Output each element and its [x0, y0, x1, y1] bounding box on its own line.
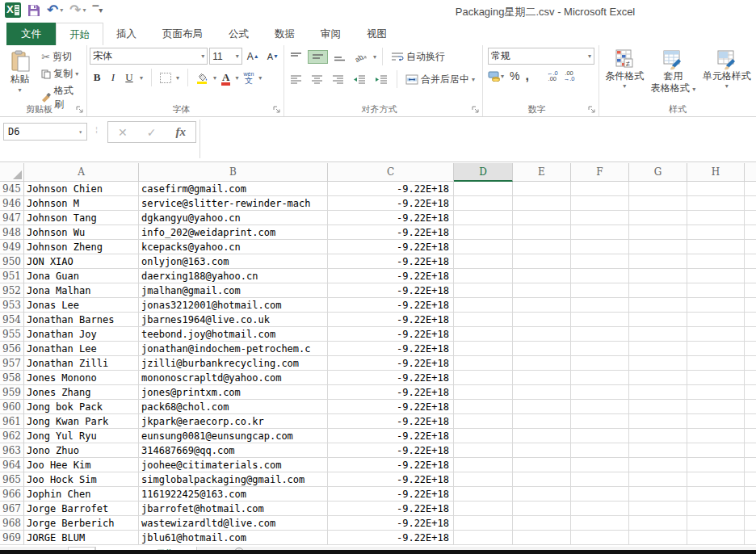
cell-C945[interactable]: -9.22E+18 [328, 182, 454, 196]
row-header-960[interactable]: 960 [0, 400, 24, 414]
cell-A963[interactable]: Jono Zhuo [24, 443, 139, 458]
cell-C956[interactable]: -9.22E+18 [328, 342, 454, 356]
cell-D966[interactable] [454, 487, 513, 502]
increase-decimal-button[interactable]: ←.0 .00 [547, 70, 558, 82]
cell-F957[interactable] [571, 356, 629, 371]
cell-B954[interactable]: jbarnes1964@live.co.uk [139, 313, 328, 327]
cell-F950[interactable] [571, 254, 629, 269]
cell-E965[interactable] [513, 472, 571, 487]
comma-style-button[interactable]: , [525, 72, 528, 80]
row-header-948[interactable]: 948 [0, 225, 24, 240]
redo-icon[interactable]: ↷▾ [69, 3, 86, 17]
format-as-table-button[interactable]: 套用 表格格式 ▾ [651, 48, 695, 103]
cell-D952[interactable] [454, 283, 513, 298]
cell-C954[interactable]: -9.22E+18 [328, 313, 454, 327]
cell-H948[interactable] [687, 225, 745, 240]
cell-E948[interactable] [513, 225, 571, 240]
cell-A962[interactable]: Jong Yul Ryu [24, 429, 139, 443]
cell-B958[interactable]: mononoscrapltd@yahoo.com [139, 371, 328, 385]
cell-G948[interactable] [629, 225, 687, 240]
cell-F956[interactable] [571, 342, 629, 356]
cell-C952[interactable]: -9.22E+18 [328, 283, 454, 298]
cell-A966[interactable]: Jophin Chen [24, 487, 139, 502]
merge-center-dropdown-icon[interactable]: ▾ [472, 76, 475, 83]
decrease-decimal-button[interactable]: .00 →.0 [564, 70, 575, 82]
cell-B955[interactable]: teebond.joy@hotmail.com [139, 327, 328, 342]
cell-C948[interactable]: -9.22E+18 [328, 225, 454, 240]
row-header-955[interactable]: 955 [0, 327, 24, 342]
row-header-954[interactable]: 954 [0, 313, 24, 327]
cell-G959[interactable] [629, 385, 687, 400]
cell-A969[interactable]: JORGE BLUM [24, 531, 139, 545]
font-name-combo[interactable]: 宋体 ▾ [90, 48, 208, 65]
cell-H962[interactable] [687, 429, 745, 443]
cell-B960[interactable]: pack68@chol.com [139, 400, 328, 414]
cell-C947[interactable]: -9.22E+18 [328, 211, 454, 225]
cell-A954[interactable]: Jonathan Barnes [24, 313, 139, 327]
cell-C962[interactable]: -9.22E+18 [328, 429, 454, 443]
cell-A947[interactable]: Johnson Tang [24, 211, 139, 225]
cell-H958[interactable] [687, 371, 745, 385]
cell-F945[interactable] [571, 182, 629, 196]
cell-B964[interactable]: joohee@citimaterials.com [139, 458, 328, 472]
increase-font-size-button[interactable]: A▲ [244, 49, 262, 64]
cell-D953[interactable] [454, 298, 513, 313]
cell-styles-button[interactable]: 单元格样式 ▾ [703, 48, 751, 103]
row-header-953[interactable]: 953 [0, 298, 24, 313]
cell-G945[interactable] [629, 182, 687, 196]
cell-A957[interactable]: Jonathan Zilli [24, 356, 139, 371]
clipboard-dialog-launcher-icon[interactable] [76, 106, 84, 114]
cell-F960[interactable] [571, 400, 629, 414]
cell-B967[interactable]: jbarrofet@hotmail.com [139, 502, 328, 516]
cell-H957[interactable] [687, 356, 745, 371]
cell-G949[interactable] [629, 240, 687, 254]
cell-B959[interactable]: jones@printxm.com [139, 385, 328, 400]
cell-B953[interactable]: jonas3212001@hotmail.com [139, 298, 328, 313]
cell-E969[interactable] [513, 531, 571, 545]
cell-D965[interactable] [454, 472, 513, 487]
cell-G965[interactable] [629, 472, 687, 487]
number-dialog-launcher-icon[interactable] [588, 106, 596, 114]
cell-D964[interactable] [454, 458, 513, 472]
cell-C964[interactable]: -9.22E+18 [328, 458, 454, 472]
cell-A958[interactable]: Jones Monono [24, 371, 139, 385]
cell-C959[interactable]: -9.22E+18 [328, 385, 454, 400]
cell-A961[interactable]: Jong Kwan Park [24, 414, 139, 429]
cell-G963[interactable] [629, 443, 687, 458]
paste-button[interactable]: 粘贴 ▾ [2, 48, 37, 103]
cell-G946[interactable] [629, 196, 687, 211]
column-header-H[interactable]: H [687, 163, 745, 182]
formula-input[interactable] [200, 120, 756, 158]
cell-C958[interactable]: -9.22E+18 [328, 371, 454, 385]
column-header-G[interactable]: G [629, 163, 687, 182]
cell-E954[interactable] [513, 313, 571, 327]
cell-H954[interactable] [687, 313, 745, 327]
italic-button[interactable]: I [107, 71, 119, 84]
cell-B948[interactable]: info_202@weidaprint.com [139, 225, 328, 240]
cell-D969[interactable] [454, 531, 513, 545]
cell-C953[interactable]: -9.22E+18 [328, 298, 454, 313]
cell-F969[interactable] [571, 531, 629, 545]
accounting-dropdown-icon[interactable]: ▾ [501, 73, 504, 80]
cell-C946[interactable]: -9.22E+18 [328, 196, 454, 211]
conditional-formatting-button[interactable]: ≠ 条件格式 ▾ [605, 48, 644, 103]
cell-F961[interactable] [571, 414, 629, 429]
cell-E968[interactable] [513, 516, 571, 531]
cell-B961[interactable]: jkpark@eraecorp.co.kr [139, 414, 328, 429]
row-header-964[interactable]: 964 [0, 458, 24, 472]
cell-F951[interactable] [571, 269, 629, 283]
phonetic-dropdown-icon[interactable]: ▾ [258, 74, 262, 82]
column-header-A[interactable]: A [24, 163, 139, 182]
cell-D967[interactable] [454, 502, 513, 516]
cell-C963[interactable]: -9.22E+18 [328, 443, 454, 458]
cell-G969[interactable] [629, 531, 687, 545]
decrease-font-size-button[interactable]: A▼ [264, 50, 282, 63]
formula-bar-splitter[interactable]: ⁞ [95, 125, 98, 135]
cell-E967[interactable] [513, 502, 571, 516]
row-header-968[interactable]: 968 [0, 516, 24, 531]
cell-F946[interactable] [571, 196, 629, 211]
align-bottom-button[interactable] [330, 51, 349, 63]
cell-D945[interactable] [454, 182, 513, 196]
cell-F966[interactable] [571, 487, 629, 502]
cell-G951[interactable] [629, 269, 687, 283]
